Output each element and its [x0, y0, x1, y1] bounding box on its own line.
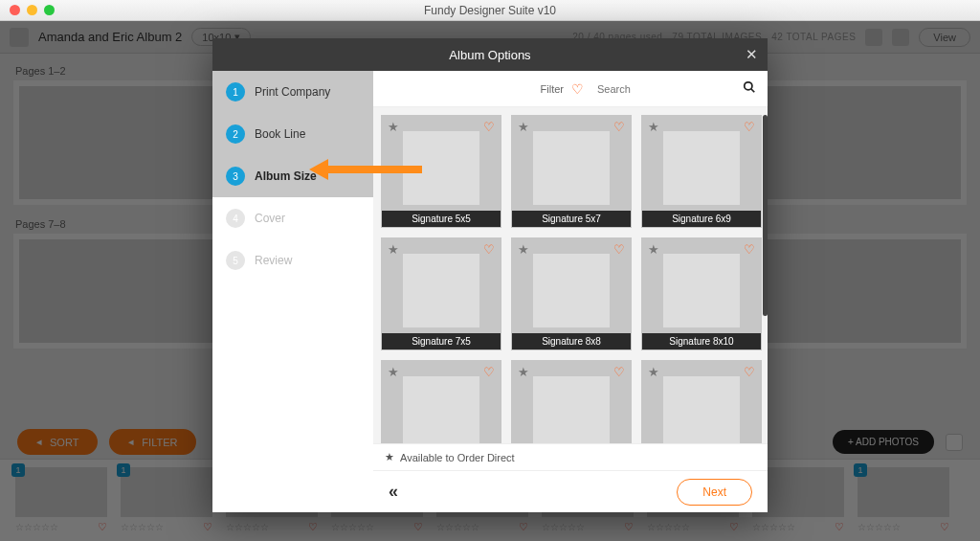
favorite-icon[interactable]: ♡ [744, 365, 755, 379]
size-thumb [403, 254, 479, 327]
size-card[interactable]: ★♡Signature 8x10 [641, 237, 762, 350]
size-grid: ★♡Signature 5x5★♡Signature 5x7★♡Signatur… [381, 115, 762, 443]
size-label: Signature 7x5 [382, 333, 501, 349]
size-card[interactable]: ★♡Signature 7x5 [381, 237, 501, 350]
favorite-icon[interactable]: ♡ [483, 120, 495, 134]
star-icon: ★ [388, 242, 399, 257]
star-icon: ★ [648, 242, 659, 257]
size-card[interactable]: ★♡Signature 6x9 [641, 115, 762, 228]
search-icon[interactable] [743, 80, 756, 97]
size-card[interactable]: ★♡Signature 8x8 [511, 237, 632, 350]
size-thumb [533, 254, 610, 327]
star-icon: ★ [518, 242, 529, 257]
svg-line-1 [751, 89, 755, 93]
size-label: Signature 8x10 [642, 333, 761, 349]
size-label: Signature 5x5 [382, 211, 501, 227]
size-label: Signature 5x7 [512, 211, 631, 227]
size-thumb [663, 131, 740, 205]
step-album-size[interactable]: 3Album Size [212, 155, 373, 197]
size-label: Signature 8x8 [512, 333, 631, 349]
step-book-line[interactable]: 2Book Line [212, 113, 373, 155]
mac-titlebar: Fundy Designer Suite v10 [0, 0, 980, 21]
favorite-icon[interactable]: ♡ [613, 365, 625, 379]
size-thumb [533, 131, 610, 205]
star-icon: ★ [388, 365, 399, 379]
close-icon[interactable]: ✕ [746, 46, 758, 63]
favorite-icon[interactable]: ♡ [744, 120, 755, 134]
step-sidebar: 1Print Company 2Book Line 3Album Size 4C… [212, 71, 373, 512]
scrollbar[interactable] [763, 115, 768, 316]
size-card[interactable]: ★♡ [511, 360, 632, 443]
modal-header: Album Options ✕ [212, 38, 768, 71]
star-icon: ★ [648, 120, 659, 134]
star-icon: ★ [648, 365, 659, 379]
size-label: Signature 6x9 [642, 211, 761, 227]
close-dot[interactable] [10, 5, 20, 15]
favorite-icon[interactable]: ♡ [744, 242, 755, 257]
step-print-company[interactable]: 1Print Company [212, 71, 373, 113]
size-card[interactable]: ★♡Signature 5x7 [511, 115, 632, 228]
size-thumb [533, 376, 610, 443]
favorite-icon[interactable]: ♡ [613, 120, 625, 134]
favorite-icon[interactable]: ♡ [613, 242, 625, 257]
minimize-dot[interactable] [27, 5, 37, 15]
first-page-icon[interactable]: « [389, 482, 392, 502]
size-thumb [663, 254, 740, 327]
size-card[interactable]: ★♡ [641, 360, 762, 443]
album-options-modal: Album Options ✕ 1Print Company 2Book Lin… [212, 38, 768, 512]
window-title: Fundy Designer Suite v10 [0, 4, 980, 17]
heart-icon[interactable]: ♡ [571, 81, 584, 97]
size-thumb [403, 131, 479, 205]
step-cover[interactable]: 4Cover [212, 197, 373, 239]
size-thumb [403, 376, 479, 443]
step-review[interactable]: 5Review [212, 239, 373, 282]
star-icon: ★ [518, 365, 529, 379]
size-card[interactable]: ★♡Signature 5x5 [381, 115, 501, 228]
modal-toolbar: Filter ♡ [373, 71, 768, 107]
next-button[interactable]: Next [677, 479, 752, 506]
search-input[interactable] [591, 79, 735, 100]
zoom-dot[interactable] [44, 5, 55, 15]
size-thumb [663, 376, 740, 443]
modal-title: Album Options [449, 48, 530, 62]
star-icon: ★ [388, 120, 399, 134]
filter-label: Filter [541, 83, 564, 95]
legend: ★Available to Order Direct [373, 443, 768, 470]
favorite-icon[interactable]: ♡ [483, 365, 495, 379]
size-card[interactable]: ★♡ [381, 360, 501, 443]
favorite-icon[interactable]: ♡ [483, 242, 495, 257]
star-icon: ★ [518, 120, 529, 134]
svg-point-0 [745, 82, 752, 90]
